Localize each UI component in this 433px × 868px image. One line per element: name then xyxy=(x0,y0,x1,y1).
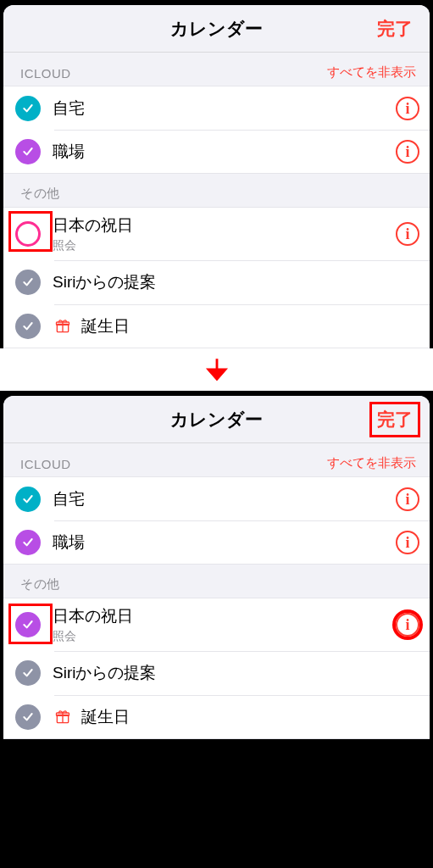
check-icon[interactable] xyxy=(15,612,41,637)
info-button[interactable]: i xyxy=(396,222,419,246)
check-icon[interactable] xyxy=(15,530,41,555)
checkmark-icon xyxy=(21,618,35,632)
done-button[interactable]: 完了 xyxy=(374,15,416,42)
calendar-label: 自宅 xyxy=(53,488,396,510)
section-label: ICLOUD xyxy=(20,66,71,81)
check-icon[interactable] xyxy=(15,314,41,339)
header-title: カレンダー xyxy=(170,17,263,41)
header-title: カレンダー xyxy=(170,408,263,431)
calendar-row-siri[interactable]: Siriからの提案 xyxy=(3,260,430,304)
checkmark-icon xyxy=(21,102,35,115)
calendar-row-work[interactable]: 職場 i xyxy=(3,520,430,565)
hide-all-button[interactable]: すべてを非表示 xyxy=(327,64,416,81)
gift-icon xyxy=(53,318,73,335)
calendar-panel-after: カレンダー 完了 ICLOUD すべてを非表示 自宅 i 職場 i その他 日本… xyxy=(3,396,430,739)
calendar-panel-before: カレンダー 完了 ICLOUD すべてを非表示 自宅 i 職場 i その他 日本… xyxy=(3,5,430,348)
checkmark-icon xyxy=(21,666,35,680)
calendar-sublabel: 照会 xyxy=(53,238,396,253)
check-icon[interactable] xyxy=(15,270,41,295)
calendar-row-home[interactable]: 自宅 i xyxy=(3,86,430,130)
check-icon[interactable] xyxy=(15,487,41,512)
checkmark-icon xyxy=(21,710,35,724)
section-header-other: その他 xyxy=(3,565,430,598)
calendar-label: Siriからの提案 xyxy=(53,271,419,293)
modal-header: カレンダー 完了 xyxy=(3,396,430,443)
calendar-row-work[interactable]: 職場 i xyxy=(3,130,430,174)
check-icon[interactable] xyxy=(15,96,41,121)
calendar-label: Siriからの提案 xyxy=(53,662,419,684)
section-header-icloud: ICLOUD すべてを非表示 xyxy=(3,443,430,476)
section-label: その他 xyxy=(20,576,60,593)
info-icon: i xyxy=(405,101,409,116)
calendar-label: 職場 xyxy=(53,141,396,163)
modal-header: カレンダー 完了 xyxy=(3,5,430,53)
checkmark-icon xyxy=(21,492,35,506)
calendar-label: 誕生日 xyxy=(81,706,419,728)
section-header-icloud: ICLOUD すべてを非表示 xyxy=(3,53,430,86)
done-button[interactable]: 完了 xyxy=(374,406,416,433)
check-icon[interactable] xyxy=(15,704,41,730)
calendar-label: 職場 xyxy=(53,531,396,554)
info-button[interactable]: i xyxy=(396,487,419,511)
checkmark-icon xyxy=(21,536,35,549)
info-icon: i xyxy=(405,492,409,507)
info-icon: i xyxy=(405,535,409,550)
calendar-row-birthday[interactable]: 誕生日 xyxy=(3,695,430,739)
check-icon[interactable] xyxy=(15,221,41,247)
info-button[interactable]: i xyxy=(396,97,419,120)
section-label: ICLOUD xyxy=(20,457,71,471)
calendar-label: 自宅 xyxy=(53,97,396,120)
calendar-label: 日本の祝日 xyxy=(53,605,396,627)
hide-all-button[interactable]: すべてを非表示 xyxy=(327,455,416,471)
calendar-label: 日本の祝日 xyxy=(53,214,396,236)
calendar-row-holidays[interactable]: 日本の祝日 照会 i xyxy=(3,207,430,260)
checkmark-icon xyxy=(21,320,35,333)
check-icon[interactable] xyxy=(15,660,41,686)
info-icon: i xyxy=(405,226,409,242)
calendar-row-siri[interactable]: Siriからの提案 xyxy=(3,651,430,695)
arrow-annotation xyxy=(0,348,433,391)
arrow-down-icon xyxy=(203,355,231,384)
info-button[interactable]: i xyxy=(396,531,419,554)
info-button[interactable]: i xyxy=(396,140,419,164)
calendar-label: 誕生日 xyxy=(81,315,419,337)
checkmark-icon xyxy=(21,145,35,159)
section-header-other: その他 xyxy=(3,174,430,207)
calendar-row-home[interactable]: 自宅 i xyxy=(3,476,430,520)
calendar-sublabel: 照会 xyxy=(53,629,396,644)
info-button[interactable]: i xyxy=(396,613,419,637)
calendar-row-birthday[interactable]: 誕生日 xyxy=(3,304,430,348)
section-label: その他 xyxy=(20,186,60,202)
info-icon: i xyxy=(405,144,409,159)
info-icon: i xyxy=(405,617,409,632)
checkmark-icon xyxy=(21,275,35,289)
gift-icon xyxy=(53,709,73,726)
calendar-row-holidays[interactable]: 日本の祝日 照会 i xyxy=(3,598,430,651)
check-icon[interactable] xyxy=(15,139,41,164)
